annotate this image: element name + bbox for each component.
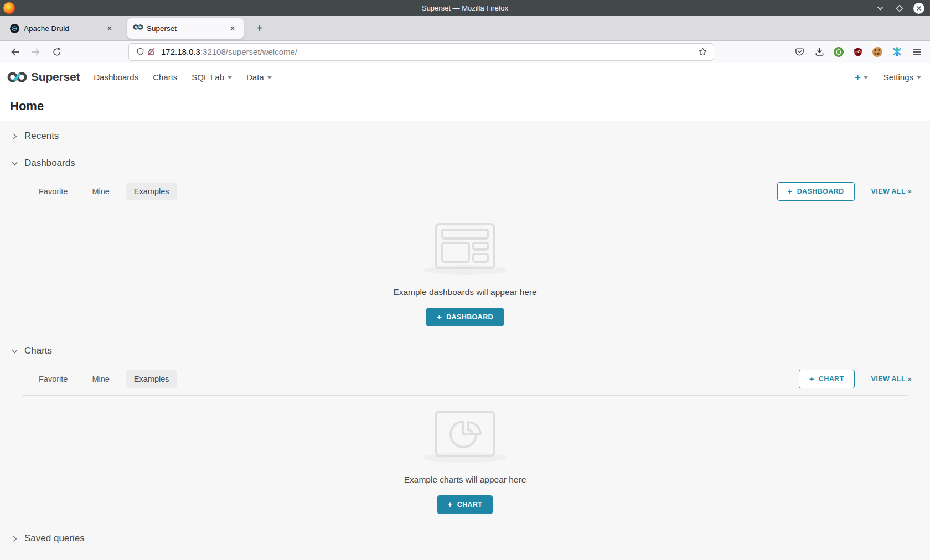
- window-titlebar: Superset — Mozilla Firefox: [0, 0, 930, 16]
- section-charts[interactable]: Charts: [0, 339, 930, 363]
- add-dashboard-button[interactable]: + DASHBOARD: [777, 182, 855, 201]
- tab-favorite[interactable]: Favorite: [31, 370, 75, 388]
- view-all-dashboards-link[interactable]: VIEW ALL »: [871, 188, 912, 195]
- reload-icon[interactable]: [49, 44, 65, 60]
- add-chart-button-primary[interactable]: + CHART: [437, 495, 493, 514]
- chevron-right-icon: [11, 132, 18, 140]
- superset-favicon-icon: [133, 24, 142, 33]
- minimize-icon[interactable]: [875, 3, 886, 14]
- menu-hamburger-icon[interactable]: [911, 46, 922, 58]
- url-text[interactable]: 172.18.0.3:32108/superset/welcome/: [161, 47, 697, 56]
- view-all-charts-link[interactable]: VIEW ALL »: [871, 375, 912, 383]
- druid-favicon-icon: [10, 24, 19, 33]
- chevron-down-icon: [864, 76, 868, 79]
- new-item-menu[interactable]: +: [855, 72, 868, 82]
- button-label: DASHBOARD: [446, 313, 493, 321]
- empty-dashboard-illustration: [423, 222, 507, 275]
- section-dashboards[interactable]: Dashboards: [0, 151, 930, 175]
- charts-filter-tabs: Favorite Mine Examples: [31, 370, 186, 388]
- settings-menu[interactable]: Settings: [884, 72, 924, 82]
- section-recents[interactable]: Recents: [0, 121, 930, 151]
- section-label: Charts: [24, 345, 52, 356]
- extension-green-icon[interactable]: [834, 47, 844, 57]
- back-icon[interactable]: [7, 44, 23, 60]
- settings-label: Settings: [884, 72, 913, 82]
- url-host: 172.18.0.3: [161, 47, 200, 56]
- plus-icon: +: [437, 312, 442, 322]
- maximize-icon[interactable]: [894, 3, 905, 14]
- plus-icon: +: [855, 72, 861, 82]
- nav-item-dashboards[interactable]: Dashboards: [86, 63, 146, 91]
- tab-apache-druid[interactable]: Apache Druid ✕: [4, 18, 121, 39]
- chevron-down-icon: [11, 347, 18, 355]
- navbar-right: + Settings: [855, 72, 924, 82]
- tab-title: Apache Druid: [24, 24, 100, 33]
- empty-state-text: Example dashboards will appear here: [393, 287, 536, 297]
- dashboards-filter-tabs: Favorite Mine Examples: [31, 183, 186, 200]
- page-header: Home: [0, 91, 930, 121]
- dashboards-empty-state: Example dashboards will appear here + DA…: [0, 208, 930, 339]
- browser-toolbar: 172.18.0.3:32108/superset/welcome/ uO: [0, 41, 930, 63]
- tracking-protection-shield-icon[interactable]: [135, 46, 146, 58]
- section-saved-queries[interactable]: Saved queries: [0, 526, 930, 551]
- dashboards-actions: + DASHBOARD VIEW ALL »: [777, 182, 912, 201]
- chart-placeholder-icon: [435, 410, 495, 458]
- window-title: Superset — Mozilla Firefox: [422, 4, 508, 12]
- nav-buttons: [7, 44, 65, 60]
- tab-title: Superset: [147, 24, 223, 33]
- section-label: Recents: [24, 131, 59, 142]
- cookie-extension-icon[interactable]: [872, 47, 882, 57]
- nav-menu: Dashboards Charts SQL Lab Data: [86, 63, 278, 91]
- ublock-origin-icon[interactable]: uO: [852, 46, 864, 58]
- forward-icon[interactable]: [28, 44, 44, 60]
- chevron-right-icon: [11, 535, 18, 542]
- nav-item-label: Dashboards: [94, 72, 138, 82]
- dashboard-placeholder-icon: [435, 222, 495, 270]
- brand-name: Superset: [31, 70, 80, 84]
- charts-tabs-row: Favorite Mine Examples + CHART VIEW ALL …: [0, 363, 930, 395]
- tab-close-icon[interactable]: ✕: [104, 23, 115, 34]
- chevron-down-icon: [267, 76, 272, 79]
- nav-item-sql-lab[interactable]: SQL Lab: [184, 63, 239, 91]
- plus-icon: +: [788, 186, 793, 196]
- tab-mine[interactable]: Mine: [84, 183, 117, 200]
- bookmark-star-icon[interactable]: [697, 46, 708, 58]
- page-title: Home: [10, 99, 44, 113]
- svg-text:uO: uO: [856, 50, 861, 54]
- browser-tab-strip: Apache Druid ✕ Superset ✕ +: [0, 16, 930, 41]
- charts-actions: + CHART VIEW ALL »: [799, 370, 912, 388]
- insecure-lock-icon[interactable]: [146, 46, 157, 58]
- url-path: :32108/superset/welcome/: [200, 47, 297, 56]
- tab-examples[interactable]: Examples: [126, 183, 177, 200]
- button-label: CHART: [457, 501, 483, 509]
- tab-favorite[interactable]: Favorite: [31, 183, 75, 200]
- add-chart-button[interactable]: + CHART: [799, 370, 855, 388]
- dashboards-tabs-row: Favorite Mine Examples + DASHBOARD VIEW …: [0, 175, 930, 208]
- superset-brand[interactable]: Superset: [7, 70, 80, 84]
- firefox-icon: [3, 2, 15, 14]
- empty-chart-illustration: [423, 410, 507, 463]
- downloads-icon[interactable]: [814, 46, 825, 58]
- nav-item-label: Charts: [153, 72, 177, 82]
- new-tab-button[interactable]: +: [251, 20, 268, 37]
- superset-logo-icon: [7, 71, 28, 84]
- add-dashboard-button-primary[interactable]: + DASHBOARD: [426, 308, 504, 326]
- tab-close-icon[interactable]: ✕: [227, 23, 238, 34]
- plus-icon: +: [809, 374, 814, 383]
- button-label: DASHBOARD: [797, 188, 844, 195]
- section-label: Saved queries: [24, 533, 85, 544]
- tab-examples[interactable]: Examples: [126, 370, 177, 388]
- close-window-icon[interactable]: [913, 3, 924, 14]
- languagetool-icon[interactable]: [891, 46, 902, 58]
- section-label: Dashboards: [24, 158, 75, 169]
- pocket-icon[interactable]: [794, 46, 805, 58]
- plus-icon: +: [448, 500, 453, 509]
- tab-superset[interactable]: Superset ✕: [127, 18, 244, 39]
- toolbar-extensions: uO: [794, 46, 923, 58]
- nav-item-label: Data: [246, 72, 264, 82]
- tab-mine[interactable]: Mine: [84, 370, 117, 388]
- nav-item-charts[interactable]: Charts: [146, 63, 184, 91]
- nav-item-label: SQL Lab: [192, 72, 224, 82]
- url-bar[interactable]: 172.18.0.3:32108/superset/welcome/: [128, 43, 714, 61]
- nav-item-data[interactable]: Data: [239, 63, 279, 91]
